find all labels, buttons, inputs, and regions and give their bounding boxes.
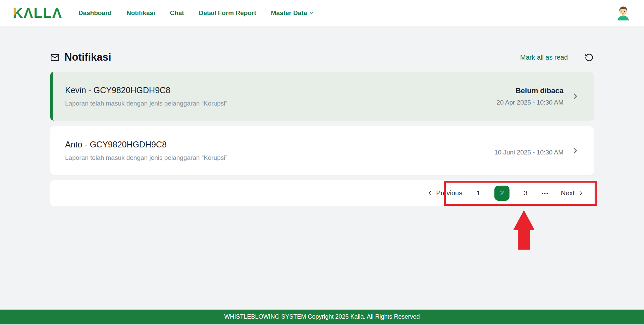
notification-title: Kevin - GCY9820HGDH9C8 [65,85,227,95]
footer-text: WHISTLEBLOWING SYSTEM Copyright 2025 Kal… [224,313,420,320]
notifications-page: Notifikasi Mark all as read Kevin - GCY9… [0,50,644,206]
header-actions: Mark all as read [520,53,594,62]
pager: Previous 1 2 3 ••• Next [427,186,584,201]
notification-card-read[interactable]: Anto - GCY9820HGDH9C8 Laporan telah masu… [50,126,594,175]
notification-meta: Belum dibaca 20 Apr 2025 - 10:30 AM [496,86,564,106]
arrow-head [513,210,535,230]
nav-item-master-data[interactable]: Master Data [271,9,315,17]
notification-meta: 10 Juni 2025 - 10:30 AM [494,145,564,156]
notification-message: Laporan telah masuk dengan jenis pelangg… [65,154,227,161]
notification-title: Anto - GCY9820HGDH9C8 [65,140,227,149]
next-page-button[interactable]: Next [561,189,584,197]
chevron-right-icon [578,190,584,196]
kalla-logo[interactable]: KΛLLΛ [13,6,62,20]
logo-letter-k: K [13,6,23,20]
page-footer: WHISTLEBLOWING SYSTEM Copyright 2025 Kal… [0,310,644,325]
nav-item-chat[interactable]: Chat [170,9,184,17]
chevron-down-icon [309,10,314,15]
page-button-1[interactable]: 1 [474,189,482,197]
annotation-arrow-up [513,210,535,250]
refresh-icon[interactable] [585,53,594,62]
notification-content: Anto - GCY9820HGDH9C8 Laporan telah masu… [65,140,227,161]
footer-bottom-strip [0,324,644,325]
footer-bar: WHISTLEBLOWING SYSTEM Copyright 2025 Kal… [0,310,644,324]
user-avatar[interactable] [615,5,631,21]
pagination-ellipsis[interactable]: ••• [542,191,549,196]
page-button-3[interactable]: 3 [522,189,530,197]
notification-content: Kevin - GCY9820HGDH9C8 Laporan telah mas… [65,85,227,107]
mark-all-as-read-button[interactable]: Mark all as read [520,54,568,61]
nav-item-detail-form-report[interactable]: Detail Form Report [199,9,256,17]
page-header-row: Notifikasi Mark all as read [50,50,594,64]
chevron-right-icon[interactable] [572,147,579,154]
arrow-shaft [518,230,530,250]
notification-card-unread[interactable]: Kevin - GCY9820HGDH9C8 Laporan telah mas… [50,72,594,121]
notification-datetime: 10 Juni 2025 - 10:30 AM [494,149,564,156]
top-navbar: KΛLLΛ Dashboard Notifikasi Chat Detail F… [0,0,644,26]
notification-datetime: 20 Apr 2025 - 10:30 AM [496,99,564,106]
envelope-icon [50,53,59,62]
nav-item-dashboard[interactable]: Dashboard [78,9,112,17]
nav-item-notifikasi[interactable]: Notifikasi [126,9,155,17]
main-nav: Dashboard Notifikasi Chat Detail Form Re… [78,9,315,17]
logo-letters: ΛLLΛ [23,6,62,20]
chevron-right-icon[interactable] [572,92,579,100]
notification-message: Laporan telah masuk dengan jenis pelangg… [65,100,227,107]
page-title: Notifikasi [64,51,111,63]
status-badge: Belum dibaca [496,86,564,95]
chevron-left-icon [427,190,433,196]
previous-page-button[interactable]: Previous [427,189,462,197]
pagination-bar: Previous 1 2 3 ••• Next [50,180,594,206]
page-button-2-active[interactable]: 2 [494,186,509,201]
